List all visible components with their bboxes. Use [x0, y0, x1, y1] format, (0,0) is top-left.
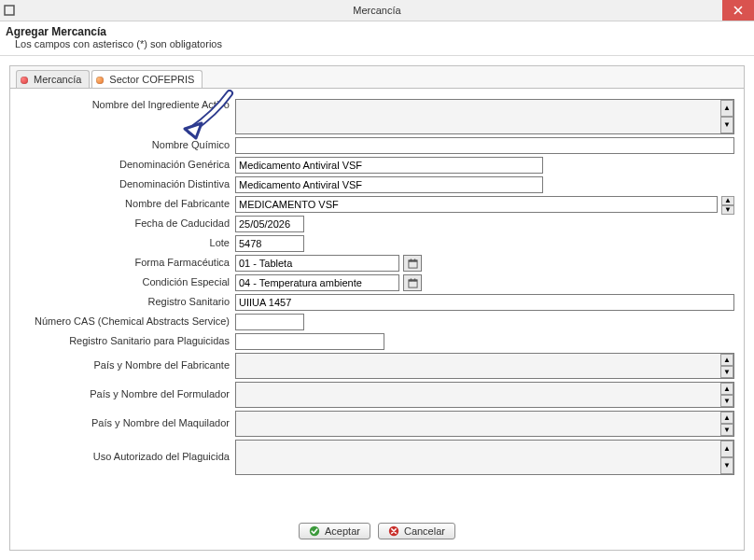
cancelar-button[interactable]: Cancelar — [378, 523, 455, 539]
label-numero-cas: Número CAS (Chemical Abstracts Service) — [20, 315, 235, 328]
nombre-ingrediente-activo-field[interactable]: ▲ ▼ — [235, 99, 734, 134]
label-nombre-quimico: Nombre Químico — [20, 139, 235, 151]
spin-down-icon[interactable]: ▼ — [721, 205, 734, 215]
svg-point-9 — [310, 526, 319, 536]
label-registro-sanitario-plaguicidas: Registro Sanitario para Plaguicidas — [20, 335, 235, 347]
denominacion-generica-input[interactable] — [235, 157, 543, 174]
tabs: Mercancía Sector COFEPRIS — [10, 66, 744, 88]
svg-rect-6 — [408, 279, 416, 281]
spin-down-icon[interactable]: ▼ — [720, 424, 733, 436]
titlebar: Mercancía — [0, 0, 754, 21]
numero-cas-input[interactable] — [235, 314, 304, 330]
svg-rect-3 — [410, 259, 411, 261]
aceptar-label: Aceptar — [325, 525, 360, 537]
spin-down-icon[interactable]: ▼ — [720, 366, 733, 378]
spin-down-icon[interactable]: ▼ — [720, 395, 733, 407]
label-nombre-fabricante: Nombre del Fabricante — [20, 198, 235, 210]
svg-rect-7 — [410, 278, 411, 281]
label-condicion-especial: Condición Especial — [20, 276, 235, 288]
forma-farmaceutica-lookup-button[interactable] — [403, 255, 422, 272]
condicion-especial-input[interactable] — [235, 274, 399, 291]
spin-up-icon[interactable]: ▲ — [720, 441, 733, 457]
svg-rect-0 — [5, 6, 14, 15]
condicion-especial-lookup-button[interactable] — [403, 274, 422, 291]
tab-mercancia[interactable]: Mercancía — [16, 70, 90, 88]
pais-nombre-maquilador-field[interactable]: ▲▼ — [235, 411, 734, 437]
lote-input[interactable] — [235, 235, 304, 252]
svg-rect-4 — [413, 259, 414, 261]
spin-down-icon[interactable]: ▼ — [720, 457, 733, 474]
nombre-ingrediente-activo-spinner: ▲ ▼ — [720, 100, 733, 133]
lookup-icon — [408, 278, 418, 288]
label-nombre-ingrediente-activo: Nombre del Ingrediente Activo — [20, 99, 235, 134]
page-subtitle: Los campos con asterisco (*) son obligat… — [6, 38, 748, 49]
spin-up-icon[interactable]: ▲ — [720, 383, 733, 395]
tab-mercancia-label: Mercancía — [34, 74, 81, 85]
tab-content: Nombre del Ingrediente Activo ▲ ▼ Nombre… — [10, 88, 744, 514]
svg-rect-2 — [408, 259, 416, 261]
window-title: Mercancía — [353, 5, 400, 16]
aceptar-button[interactable]: Aceptar — [299, 523, 370, 539]
tab-sector-cofepris-icon — [96, 75, 105, 84]
forma-farmaceutica-input[interactable] — [235, 255, 399, 272]
page-title: Agregar Mercancía — [6, 25, 748, 38]
uso-autorizado-plaguicida-field[interactable]: ▲▼ — [235, 440, 734, 475]
main-panel: Mercancía Sector COFEPRIS Nombre del Ing… — [9, 65, 745, 551]
spin-up-icon[interactable]: ▲ — [720, 100, 733, 117]
label-forma-farmaceutica: Forma Farmacéutica — [20, 257, 235, 269]
label-pais-nombre-fabricante: País y Nombre del Fabricante — [20, 359, 235, 371]
lookup-icon — [408, 259, 418, 269]
cancel-icon — [388, 525, 399, 537]
tab-sector-cofepris-label: Sector COFEPRIS — [109, 74, 194, 85]
nombre-fabricante-spinner: ▲ ▼ — [721, 196, 734, 213]
tab-mercancia-icon — [21, 75, 30, 84]
label-fecha-caducidad: Fecha de Caducidad — [20, 217, 235, 230]
label-registro-sanitario: Registro Sanitario — [20, 296, 235, 308]
registro-sanitario-plaguicidas-input[interactable] — [235, 333, 384, 350]
window: Mercancía Agregar Mercancía Los campos c… — [0, 0, 754, 560]
footer: Aceptar Cancelar — [10, 514, 744, 550]
cancelar-label: Cancelar — [404, 525, 445, 537]
check-icon — [309, 525, 320, 537]
label-denominacion-distintiva: Denominación Distintiva — [20, 178, 235, 190]
denominacion-distintiva-input[interactable] — [235, 176, 543, 193]
label-denominacion-generica: Denominación Genérica — [20, 159, 235, 171]
spin-up-icon[interactable]: ▲ — [721, 196, 734, 205]
close-button[interactable] — [722, 0, 754, 21]
tab-sector-cofepris[interactable]: Sector COFEPRIS — [91, 70, 202, 88]
pais-nombre-fabricante-field[interactable]: ▲▼ — [235, 353, 734, 379]
registro-sanitario-input[interactable] — [235, 294, 734, 311]
label-lote: Lote — [20, 237, 235, 249]
svg-rect-8 — [413, 278, 414, 281]
spin-up-icon[interactable]: ▲ — [720, 354, 733, 366]
fecha-caducidad-input[interactable] — [235, 216, 304, 232]
nombre-fabricante-input[interactable] — [235, 196, 718, 213]
label-pais-nombre-formulador: País y Nombre del Formulador — [20, 388, 235, 400]
header-band: Agregar Mercancía Los campos con asteris… — [0, 21, 754, 56]
app-icon — [0, 5, 19, 16]
label-pais-nombre-maquilador: País y Nombre del Maquilador — [20, 417, 235, 429]
nombre-quimico-input[interactable] — [235, 137, 734, 154]
spin-down-icon[interactable]: ▼ — [720, 117, 733, 133]
label-uso-autorizado-plaguicida: Uso Autorizado del Plaguicida — [20, 451, 235, 463]
pais-nombre-formulador-field[interactable]: ▲▼ — [235, 382, 734, 408]
spin-up-icon[interactable]: ▲ — [720, 412, 733, 424]
